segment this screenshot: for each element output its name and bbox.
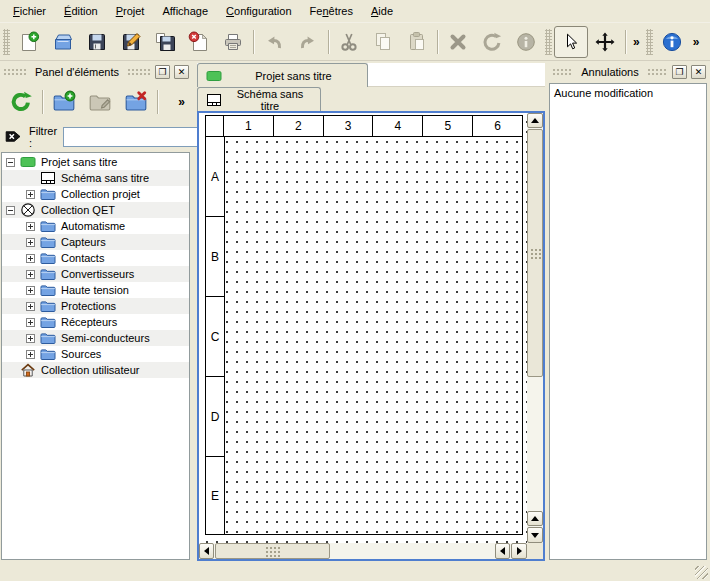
scroll-right-button[interactable] [511,543,527,559]
close-file-button[interactable] [182,26,216,58]
menu-configuration[interactable]: Configuration [217,2,300,21]
new-category-button[interactable] [46,84,82,120]
tree-item-convertisseurs[interactable]: Convertisseurs [2,266,189,282]
project-icon [206,68,222,84]
tree-item-protections[interactable]: Protections [2,298,189,314]
tree-expander-plus[interactable] [26,190,35,199]
save-as-button[interactable] [114,26,148,58]
tree-item-collection-utilisateur[interactable]: Collection utilisateur [2,362,189,378]
paste-button[interactable] [400,26,434,58]
tree-expander-plus[interactable] [26,302,35,311]
float-panel-button[interactable]: ❐ [155,65,170,79]
vertical-scrollbar[interactable] [527,113,543,543]
menu-affichage[interactable]: Affichage [153,2,217,21]
scroll-left-button-2[interactable] [495,543,510,559]
selection-mode-button[interactable] [554,26,588,58]
menu-fichier[interactable]: Fichier [4,2,55,21]
tree-expander-minus[interactable] [6,158,15,167]
element-info-button[interactable] [509,26,543,58]
tree-item-capteurs[interactable]: Capteurs [2,234,189,250]
tab-project[interactable]: Projet sans titre [197,63,368,87]
schema-view: 123456 ABCDE [197,111,545,561]
reload-collections-button[interactable] [3,84,39,120]
horizontal-scroll-thumb[interactable] [215,543,330,559]
toolbar-extension-chevron[interactable]: » [629,35,644,49]
toolbar-separator [42,90,43,114]
tree-expander-minus[interactable] [6,206,15,215]
tree-item-collection-qet[interactable]: Collection QET [2,202,189,218]
vertical-scroll-thumb[interactable] [527,129,543,377]
toolbar-handle[interactable] [545,29,552,55]
project-tabbar: Projet sans titre [197,63,545,87]
redo-button[interactable] [291,26,325,58]
menu-aide[interactable]: Aide [362,2,402,21]
tree-expander-plus[interactable] [26,222,35,231]
delete-button[interactable] [441,26,475,58]
delete-category-button[interactable] [118,84,154,120]
tree-expander-plus[interactable] [26,334,35,343]
filter-input[interactable] [63,127,213,147]
menu-bar: FichierÉditionProjetAffichageConfigurati… [0,0,710,23]
copy-button[interactable] [366,26,400,58]
rotate-button[interactable] [475,26,509,58]
save-all-button[interactable] [148,26,182,58]
tab-schema[interactable]: Schéma sans titre [197,87,321,111]
close-panel-button[interactable]: ✕ [691,65,706,79]
dock-handle-texture[interactable] [127,68,151,77]
tree-item-haute-tension[interactable]: Haute tension [2,282,189,298]
visualisation-mode-button[interactable] [588,26,622,58]
dock-handle-texture[interactable] [647,68,668,77]
tree-expander-plus[interactable] [26,318,35,327]
paste-icon [406,31,428,53]
clear-filter-button[interactable] [4,127,23,146]
tree-item-sources[interactable]: Sources [2,346,189,362]
frame-corner [206,116,224,137]
tree-item-projet-sans-titre[interactable]: Projet sans titre [2,154,189,170]
menu-edition[interactable]: Édition [55,2,107,21]
menu-fenetres[interactable]: Fenêtres [301,2,362,21]
tree-item-contacts[interactable]: Contacts [2,250,189,266]
edit-category-button[interactable] [82,84,118,120]
tree-expander-plus[interactable] [26,254,35,263]
open-project-button[interactable] [46,26,80,58]
save-button[interactable] [80,26,114,58]
dock-handle-texture[interactable] [552,68,573,77]
float-panel-button[interactable]: ❐ [672,65,687,79]
tree-item-automatisme[interactable]: Automatisme [2,218,189,234]
tree-expander-plus[interactable] [26,270,35,279]
resize-grip[interactable] [695,566,708,579]
schema-canvas[interactable]: 123456 ABCDE [199,113,527,543]
toolbar-extension-chevron[interactable]: » [174,95,189,109]
tree-item-label: Semi-conducteurs [61,332,150,344]
print-button[interactable] [216,26,250,58]
qet-collection-icon [20,202,36,218]
tree-expander-plus[interactable] [26,350,35,359]
dock-handle-texture[interactable] [3,68,27,77]
undo-button[interactable] [257,26,291,58]
tree-item-sch-ma-sans-titre[interactable]: Schéma sans titre [2,170,189,186]
scroll-up-button-2[interactable] [527,511,543,526]
row-header-E: E [206,457,225,534]
scroll-down-button[interactable] [527,527,543,543]
undo-list-item[interactable]: Aucune modification [551,86,705,102]
toolbar-handle[interactable] [646,29,653,55]
scroll-up-button[interactable] [527,113,543,128]
about-qet-button[interactable] [655,26,689,58]
delete-category-icon [124,90,148,114]
toolbar-extension-chevron[interactable]: » [689,35,704,49]
horizontal-scrollbar[interactable] [199,543,527,559]
scroll-left-button[interactable] [199,543,214,559]
cut-icon [338,31,360,53]
toolbar-handle[interactable] [3,29,10,55]
tree-expander-plus[interactable] [26,286,35,295]
menu-projet[interactable]: Projet [107,2,154,21]
cut-button[interactable] [332,26,366,58]
close-panel-button[interactable]: ✕ [174,65,189,79]
tree-item-collection-projet[interactable]: Collection projet [2,186,189,202]
new-document-button[interactable] [12,26,46,58]
tree-item-r-cepteurs[interactable]: Récepteurs [2,314,189,330]
tree-expander-plus[interactable] [26,238,35,247]
folder-icon [40,266,56,282]
tree-item-semi-conducteurs[interactable]: Semi-conducteurs [2,330,189,346]
undo-panel-title: Annulations [577,66,643,78]
